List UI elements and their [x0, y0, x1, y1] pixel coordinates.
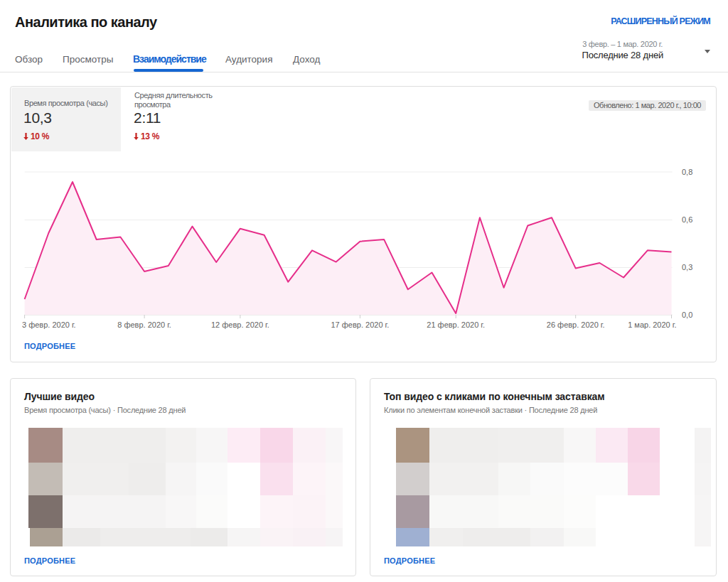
svg-text:8 февр. 2020 г.: 8 февр. 2020 г. — [117, 320, 171, 329]
svg-text:26 февр. 2020 г.: 26 февр. 2020 г. — [547, 320, 605, 329]
svg-text:1 мар. 2020 г.: 1 мар. 2020 г. — [628, 320, 676, 329]
svg-text:21 февр. 2020 г.: 21 февр. 2020 г. — [427, 320, 485, 329]
svg-text:12 февр. 2020 г.: 12 февр. 2020 г. — [211, 320, 269, 329]
svg-text:0,8: 0,8 — [682, 168, 692, 176]
svg-text:0,3: 0,3 — [682, 263, 692, 271]
svg-text:17 февр. 2020 г.: 17 февр. 2020 г. — [331, 320, 390, 329]
svg-text:0,0: 0,0 — [682, 311, 692, 319]
svg-text:3 февр. 2020 г.: 3 февр. 2020 г. — [22, 320, 76, 329]
svg-text:0,6: 0,6 — [682, 215, 692, 224]
